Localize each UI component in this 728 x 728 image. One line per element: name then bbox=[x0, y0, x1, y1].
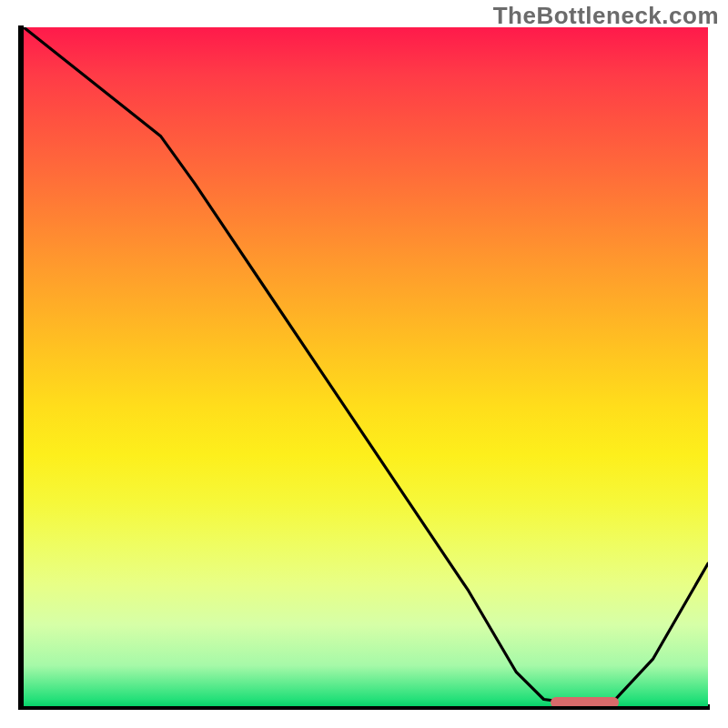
watermark-text: TheBottleneck.com bbox=[493, 2, 719, 30]
bottleneck-curve bbox=[24, 27, 708, 706]
chart-container: TheBottleneck.com bbox=[0, 0, 728, 728]
plot-area bbox=[24, 27, 708, 706]
optimum-marker bbox=[551, 697, 619, 706]
